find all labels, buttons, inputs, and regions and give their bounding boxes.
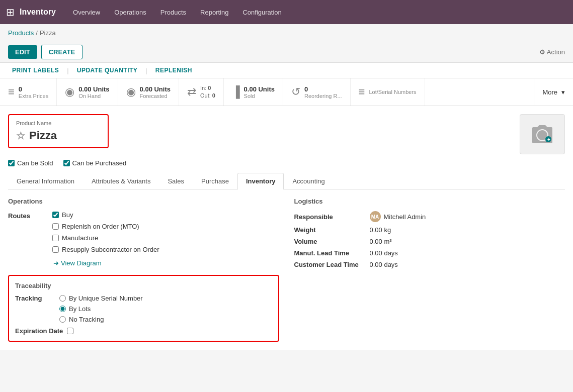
in-value: In: 0 [200,84,215,92]
operations-section-title: Operations [8,198,279,205]
logistics-column: Logistics Responsible MA Mitchell Admin … [294,198,565,342]
sold-label: Sold [244,93,275,99]
can-be-purchased-checkbox[interactable]: Can be Purchased [63,159,127,167]
volume-label: Volume [294,238,365,245]
can-be-sold-label: Can be Sold [17,159,53,167]
stat-on-hand[interactable]: ◉ 0.00 Units On Hand [57,78,118,106]
favorite-star-icon[interactable]: ☆ [16,130,25,142]
view-diagram-label: View Diagram [61,259,102,267]
stat-in-out[interactable]: ⇄ In: 0 Out: 0 [179,78,224,106]
stat-lot-serial[interactable]: ≡ Lot/Serial Numbers [351,78,425,106]
edit-button[interactable]: EDIT [8,45,37,59]
tab-general-information[interactable]: General Information [8,173,83,189]
responsible-value: MA Mitchell Admin [370,211,426,222]
print-labels-button[interactable]: PRINT LABELS [8,65,63,76]
on-hand-icon: ◉ [65,85,74,99]
extra-prices-label: Extra Prices [19,93,48,99]
reordering-icon: ↺ [291,85,300,99]
tracking-serial-radio[interactable] [59,295,66,302]
manuf-lead-label: Manuf. Lead Time [294,249,365,257]
can-be-purchased-input[interactable] [63,160,70,166]
tab-sales[interactable]: Sales [159,173,193,189]
can-be-sold-input[interactable] [8,160,15,166]
breadcrumb-parent[interactable]: Products [8,29,34,37]
traceability-title: Traceability [15,282,272,289]
tracking-field: Tracking By Unique Serial Number By Lots [15,295,272,323]
tab-purchase[interactable]: Purchase [193,173,237,189]
nav-operations[interactable]: Operations [108,6,152,19]
route-resupply[interactable]: Resupply Subcontractor on Order [52,246,159,253]
nav-products[interactable]: Products [154,6,192,19]
action-menu[interactable]: ⚙ Action [539,48,565,56]
stat-sold[interactable]: ▐ 0.00 Units Sold [224,78,283,106]
traceability-section: Traceability Tracking By Unique Serial N… [8,275,279,342]
tracking-none-radio[interactable] [59,316,66,323]
route-manufacture[interactable]: Manufacture [52,234,159,242]
stat-extra-prices[interactable]: ≡ 0 Extra Prices [0,78,57,106]
product-name-label: Product Name [16,120,101,126]
tracking-serial[interactable]: By Unique Serial Number [59,295,143,302]
breadcrumb: Products / Pizza [0,24,573,42]
nav-configuration[interactable]: Configuration [236,6,287,19]
route-manufacture-label: Manufacture [62,234,98,242]
list-icon: ≡ [8,85,15,99]
product-image-placeholder[interactable]: + [520,114,565,154]
route-buy-checkbox[interactable] [52,212,59,218]
tab-inventory[interactable]: Inventory [237,173,284,189]
expiration-label: Expiration Date [15,327,63,335]
tracking-options: By Unique Serial Number By Lots No Track… [59,295,143,323]
route-manufacture-checkbox[interactable] [52,235,59,241]
responsible-field: Responsible MA Mitchell Admin [294,211,565,222]
app-grid-icon[interactable]: ⊞ [6,6,15,18]
lot-serial-icon: ≡ [359,85,365,99]
tracking-lots-radio[interactable] [59,306,66,312]
tracking-lots[interactable]: By Lots [59,305,143,313]
route-mto-label: Replenish on Order (MTO) [62,223,139,230]
nav-overview[interactable]: Overview [67,6,106,19]
product-name-box: Product Name ☆ Pizza [8,114,109,148]
tracking-lots-label: By Lots [69,305,91,313]
route-mto[interactable]: Replenish on Order (MTO) [52,223,159,230]
product-name: Pizza [29,129,57,142]
breadcrumb-separator: / [36,29,38,37]
manuf-lead-value: 0.00 days [370,249,398,257]
inventory-tab-content: Operations Routes Buy Replenish on Order… [8,198,565,342]
weight-value: 0.00 kg [370,226,391,234]
product-name-section: Product Name ☆ Pizza + [8,114,565,154]
route-resupply-checkbox[interactable] [52,246,59,253]
expiration-checkbox[interactable] [67,328,73,334]
stat-more[interactable]: More ▾ [534,78,573,106]
tracking-serial-label: By Unique Serial Number [69,295,143,302]
product-name-value: ☆ Pizza [16,129,101,142]
route-buy[interactable]: Buy [52,211,159,219]
operations-column: Operations Routes Buy Replenish on Order… [8,198,279,342]
logistics-fields: Responsible MA Mitchell Admin Weight 0.0… [294,211,565,268]
avatar: MA [370,211,381,222]
routes-options: Buy Replenish on Order (MTO) Manufacture… [52,211,159,255]
expiration-field: Expiration Date [15,327,272,335]
customer-lead-label: Customer Lead Time [294,261,365,268]
volume-field: Volume 0.00 m³ [294,238,565,245]
can-be-purchased-label: Can be Purchased [72,159,127,167]
replenish-button[interactable]: REPLENISH [151,65,196,76]
secondary-toolbar: PRINT LABELS | UPDATE QUANTITY | REPLENI… [0,62,573,78]
create-button[interactable]: CREATE [41,45,83,59]
out-value: Out: 0 [200,92,215,100]
responsible-label: Responsible [294,213,365,221]
stat-reordering[interactable]: ↺ 0 Reordering R... [283,78,351,106]
main-content: Product Name ☆ Pizza + Can be Sold Can b… [0,106,573,350]
lot-serial-label: Lot/Serial Numbers [369,89,416,95]
routes-label: Routes [8,211,48,255]
nav-reporting[interactable]: Reporting [194,6,234,19]
arrow-right-icon: ➜ [53,259,59,267]
can-be-sold-checkbox[interactable]: Can be Sold [8,159,53,167]
tab-accounting[interactable]: Accounting [284,173,333,189]
update-quantity-button[interactable]: UPDATE QUANTITY [73,65,142,76]
view-diagram-link[interactable]: ➜ View Diagram [53,259,279,267]
product-tabs: General Information Attributes & Variant… [8,173,565,189]
tracking-none[interactable]: No Tracking [59,316,143,323]
route-mto-checkbox[interactable] [52,223,59,230]
stat-forecasted[interactable]: ◉ 0.00 Units Forecasted [118,78,179,106]
top-navigation: ⊞ Inventory Overview Operations Products… [0,0,573,24]
tab-attributes-variants[interactable]: Attributes & Variants [83,173,159,189]
